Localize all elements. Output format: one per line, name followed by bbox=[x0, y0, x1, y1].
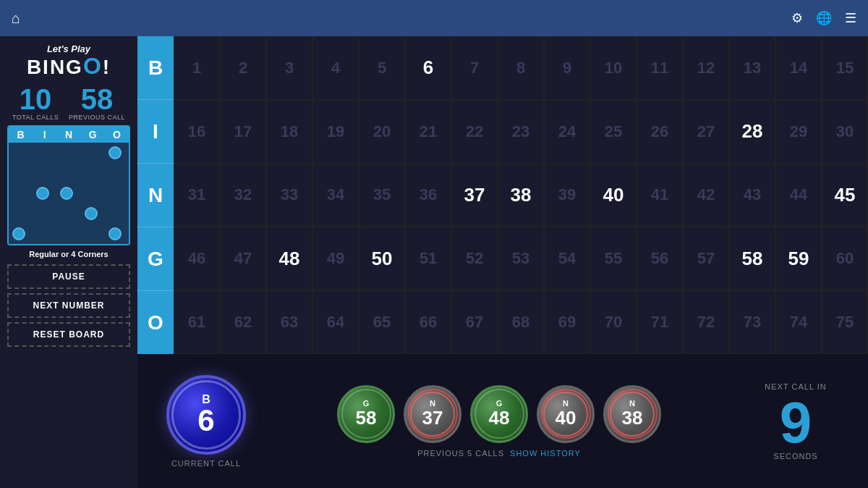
bingo-card-header: B I N G O bbox=[9, 127, 129, 143]
bingo-cell-empty bbox=[81, 143, 101, 163]
bingo-cell-empty bbox=[56, 163, 77, 183]
filter-icon[interactable]: ⚙ bbox=[791, 10, 803, 26]
pause-button[interactable]: PAUSE bbox=[7, 264, 130, 289]
pattern-label: Regular or 4 Corners bbox=[7, 250, 130, 258]
bingo-cell-empty bbox=[105, 183, 125, 203]
num-cell-61: 61 bbox=[174, 290, 220, 354]
num-cell-37: 37 bbox=[451, 164, 498, 227]
logo-lets-play: Let's Play bbox=[7, 43, 130, 54]
num-cell-18: 18 bbox=[266, 100, 312, 164]
current-call-section: B 6 CURRENT CALL bbox=[137, 354, 275, 488]
bingo-cell-called bbox=[33, 183, 53, 203]
num-cell-31: 31 bbox=[174, 164, 220, 227]
show-history-link[interactable]: SHOW HISTORY bbox=[510, 449, 581, 458]
nav-left: ⌂ bbox=[12, 10, 20, 27]
bingo-cell-empty bbox=[56, 143, 77, 163]
next-call-section: NEXT CALL IN 9 SECONDS bbox=[723, 354, 868, 488]
num-cell-56: 56 bbox=[637, 227, 683, 290]
previous-call-label: PREVIOUS CALL bbox=[69, 114, 125, 121]
bottom-panel: B 6 CURRENT CALL G58N37G48N40N38 PREVIOU… bbox=[137, 354, 868, 488]
num-cell-35: 35 bbox=[359, 164, 405, 227]
num-cell-38: 38 bbox=[498, 164, 544, 227]
bingo-cell-free bbox=[56, 183, 77, 203]
num-cell-49: 49 bbox=[312, 227, 359, 290]
bingo-cell-empty bbox=[81, 224, 101, 244]
num-cell-20: 20 bbox=[359, 100, 405, 164]
bingo-cell-empty bbox=[33, 203, 53, 224]
num-cell-69: 69 bbox=[544, 290, 590, 354]
globe-icon[interactable]: 🌐 bbox=[816, 10, 832, 26]
menu-icon[interactable]: ☰ bbox=[845, 10, 856, 26]
center-area: B I N G O 123456789101112131415161718192… bbox=[137, 36, 868, 488]
num-cell-12: 12 bbox=[683, 36, 729, 100]
next-number-button[interactable]: NEXT NUMBER bbox=[7, 293, 130, 318]
num-cell-34: 34 bbox=[312, 164, 359, 227]
num-cell-67: 67 bbox=[451, 290, 498, 354]
nav-right: ⚙ 🌐 ☰ bbox=[791, 10, 856, 26]
num-cell-48: 48 bbox=[266, 227, 312, 290]
num-cell-30: 30 bbox=[822, 100, 868, 164]
current-ball-letter: B bbox=[202, 394, 210, 405]
previous-call-block: 58 PREVIOUS CALL bbox=[69, 85, 125, 121]
num-cell-74: 74 bbox=[775, 290, 822, 354]
num-cell-21: 21 bbox=[405, 100, 451, 164]
num-cell-45: 45 bbox=[822, 164, 868, 227]
bingo-cell-empty bbox=[56, 224, 77, 244]
num-cell-46: 46 bbox=[174, 227, 220, 290]
next-call-number: 9 bbox=[780, 394, 812, 452]
prev-ball-3: N40 bbox=[537, 385, 595, 443]
next-call-title: NEXT CALL IN bbox=[765, 382, 826, 391]
letter-column: B I N G O bbox=[137, 36, 174, 354]
letter-n: N bbox=[137, 164, 174, 227]
bingo-cell-called bbox=[9, 224, 29, 244]
current-ball-number: 6 bbox=[197, 405, 214, 436]
num-cell-25: 25 bbox=[590, 100, 637, 164]
grid-area: B I N G O 123456789101112131415161718192… bbox=[137, 36, 868, 354]
num-cell-54: 54 bbox=[544, 227, 590, 290]
number-grid: 1234567891011121314151617181920212223242… bbox=[174, 36, 868, 354]
num-cell-23: 23 bbox=[498, 100, 544, 164]
bingo-cell-empty bbox=[33, 163, 53, 183]
prev-ball-0: G58 bbox=[337, 385, 395, 443]
num-cell-24: 24 bbox=[544, 100, 590, 164]
reset-board-button[interactable]: RESET BOARD bbox=[7, 322, 130, 347]
num-cell-9: 9 bbox=[544, 36, 590, 100]
bingo-cell-empty bbox=[9, 183, 29, 203]
num-cell-29: 29 bbox=[775, 100, 822, 164]
bingo-cell-called bbox=[105, 224, 125, 244]
num-cell-28: 28 bbox=[729, 100, 775, 164]
left-sidebar: Let's Play BINGO! 10 TOTAL CALLS 58 PREV… bbox=[0, 36, 137, 488]
bingo-cell-empty bbox=[33, 143, 53, 163]
bingo-card-body bbox=[9, 143, 129, 244]
bingo-header-b: B bbox=[9, 127, 33, 143]
previous-calls-section: G58N37G48N40N38 PREVIOUS 5 CALLS SHOW HI… bbox=[275, 354, 723, 488]
current-ball: B 6 bbox=[166, 375, 246, 455]
bingo-cell-empty bbox=[9, 143, 29, 163]
num-cell-73: 73 bbox=[729, 290, 775, 354]
bingo-cell-empty bbox=[105, 203, 125, 224]
bingo-cell-empty bbox=[105, 163, 125, 183]
prev-ball-letter-2: G bbox=[496, 400, 503, 408]
button-group: PAUSE NEXT NUMBER RESET BOARD bbox=[7, 264, 130, 347]
num-cell-1: 1 bbox=[174, 36, 220, 100]
prev-ball-number-2: 48 bbox=[489, 408, 510, 429]
next-call-unit: SECONDS bbox=[773, 452, 817, 460]
num-cell-58: 58 bbox=[729, 227, 775, 290]
bingo-cell-empty bbox=[81, 163, 101, 183]
home-icon[interactable]: ⌂ bbox=[12, 10, 20, 27]
prev-ball-4: N38 bbox=[603, 385, 661, 443]
logo-bingo: BINGO! bbox=[7, 54, 130, 77]
num-cell-51: 51 bbox=[405, 227, 451, 290]
prev-calls-label: PREVIOUS 5 CALLS SHOW HISTORY bbox=[417, 449, 581, 458]
bingo-header-g: G bbox=[81, 127, 105, 143]
logo-bingo-text: BINGO! bbox=[27, 56, 111, 78]
bingo-cell-called bbox=[81, 203, 101, 224]
num-cell-75: 75 bbox=[822, 290, 868, 354]
current-call-label: CURRENT CALL bbox=[171, 459, 241, 468]
letter-b: B bbox=[137, 36, 174, 100]
num-cell-70: 70 bbox=[590, 290, 637, 354]
num-cell-26: 26 bbox=[637, 100, 683, 164]
num-cell-65: 65 bbox=[359, 290, 405, 354]
num-cell-2: 2 bbox=[220, 36, 266, 100]
bingo-cell-empty bbox=[33, 224, 53, 244]
